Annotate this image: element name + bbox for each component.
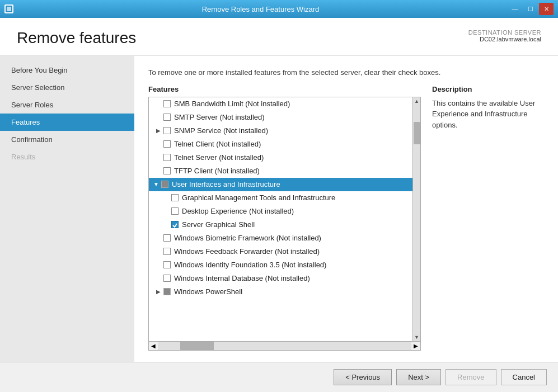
- feature-label: Graphical Management Tools and Infrastru…: [182, 193, 335, 202]
- feature-windows-internal-db[interactable]: Windows Internal Database (Not installed…: [149, 272, 412, 285]
- expand-placeholder: [154, 140, 162, 148]
- expand-placeholder: [154, 234, 162, 242]
- wizard-icon: [4, 4, 13, 13]
- wizard-footer: < Previous Next > Remove Cancel: [0, 362, 558, 392]
- feature-checkbox-indeterminate[interactable]: [163, 288, 171, 295]
- feature-checkbox[interactable]: [171, 207, 179, 215]
- expand-icon-powershell[interactable]: ▶: [154, 288, 162, 296]
- expand-icon-snmp[interactable]: ▶: [154, 127, 162, 135]
- sidebar-item-confirmation[interactable]: Confirmation: [0, 131, 134, 148]
- description-text: This contains the available User Experie…: [432, 98, 544, 131]
- feature-label: Windows Feedback Forwarder (Not installe…: [174, 247, 320, 256]
- hscroll-track[interactable]: [158, 342, 411, 350]
- feature-desktop-exp[interactable]: Desktop Experience (Not installed): [149, 205, 412, 218]
- feature-checkbox[interactable]: [163, 275, 171, 282]
- scroll-up-button[interactable]: ▲: [413, 97, 421, 105]
- close-button[interactable]: ✕: [539, 3, 554, 15]
- feature-label: SMB Bandwidth Limit (Not installed): [174, 100, 290, 108]
- feature-label: TFTP Client (Not installed): [174, 167, 260, 175]
- expand-placeholder: [154, 100, 162, 108]
- feature-label: Desktop Experience (Not installed): [182, 207, 294, 215]
- features-list-inner: SMB Bandwidth Limit (Not installed) SMTP…: [149, 97, 420, 342]
- wizard-header: Remove features DESTINATION SERVER DC02.…: [0, 18, 558, 56]
- feature-label: SNMP Service (Not installed): [174, 126, 268, 135]
- expand-placeholder: [162, 221, 170, 229]
- intro-text: To remove one or more installed features…: [148, 67, 544, 78]
- sidebar-item-server-selection[interactable]: Server Selection: [0, 79, 134, 96]
- scroll-thumb[interactable]: [414, 122, 420, 144]
- sidebar-item-features[interactable]: Features: [0, 114, 134, 131]
- feature-label: Windows Identity Foundation 3.5 (Not ins…: [174, 261, 326, 269]
- feature-checkbox[interactable]: [163, 140, 171, 148]
- feature-windows-biometric[interactable]: Windows Biometric Framework (Not install…: [149, 232, 412, 245]
- vertical-scrollbar[interactable]: ▲ ▼: [412, 97, 420, 342]
- sidebar-item-before-you-begin[interactable]: Before You Begin: [0, 62, 134, 79]
- feature-user-interfaces[interactable]: ▼ User Interfaces and Infrastructure: [149, 178, 412, 191]
- title-bar: Remove Roles and Features Wizard — ☐ ✕: [0, 0, 558, 18]
- description-panel: Description This contains the available …: [432, 85, 544, 351]
- destination-server: DESTINATION SERVER DC02.labvmware.local: [468, 29, 541, 42]
- content-area: To remove one or more installed features…: [134, 56, 558, 362]
- server-name: DC02.labvmware.local: [468, 36, 541, 42]
- scroll-down-button[interactable]: ▼: [413, 333, 421, 341]
- features-scroll[interactable]: SMB Bandwidth Limit (Not installed) SMTP…: [149, 97, 412, 342]
- features-title: Features: [148, 85, 421, 93]
- scroll-left-button[interactable]: ◀: [149, 342, 158, 351]
- horizontal-scrollbar[interactable]: ◀ ▶: [149, 341, 420, 350]
- scroll-track[interactable]: [413, 105, 420, 334]
- expand-placeholder: [162, 194, 170, 202]
- destination-label: DESTINATION SERVER: [468, 29, 541, 36]
- feature-label: Windows PowerShell: [174, 287, 242, 296]
- feature-checkbox[interactable]: [163, 234, 171, 242]
- cancel-button[interactable]: Cancel: [501, 369, 547, 385]
- feature-checkbox[interactable]: [163, 248, 171, 255]
- feature-label: User Interfaces and Infrastructure: [172, 180, 280, 188]
- feature-smb-bandwidth[interactable]: SMB Bandwidth Limit (Not installed): [149, 97, 412, 111]
- sidebar: Before You Begin Server Selection Server…: [0, 56, 134, 362]
- expand-placeholder: [154, 114, 162, 121]
- title-bar-controls: — ☐ ✕: [508, 3, 554, 15]
- feature-checkbox[interactable]: [163, 167, 171, 174]
- expand-placeholder: [154, 167, 162, 175]
- sidebar-item-results: Results: [0, 148, 134, 166]
- expand-icon-user-interfaces[interactable]: ▼: [152, 181, 160, 188]
- expand-placeholder: [154, 275, 162, 282]
- feature-snmp-service[interactable]: ▶ SNMP Service (Not installed): [149, 124, 412, 138]
- page-title: Remove features: [17, 29, 136, 47]
- restore-button[interactable]: ☐: [523, 3, 538, 15]
- feature-telnet-server[interactable]: Telnet Server (Not installed): [149, 151, 412, 164]
- feature-server-graphical-shell[interactable]: Server Graphical Shell: [149, 218, 412, 232]
- feature-telnet-client[interactable]: Telnet Client (Not installed): [149, 138, 412, 151]
- feature-checkbox-checked[interactable]: [171, 221, 179, 228]
- wizard-body: Before You Begin Server Selection Server…: [0, 56, 558, 362]
- feature-windows-powershell[interactable]: ▶ Windows PowerShell: [149, 285, 412, 299]
- features-list-container: SMB Bandwidth Limit (Not installed) SMTP…: [148, 97, 421, 351]
- previous-button[interactable]: < Previous: [334, 369, 392, 385]
- feature-windows-feedback[interactable]: Windows Feedback Forwarder (Not installe…: [149, 245, 412, 258]
- next-button[interactable]: Next >: [396, 369, 441, 385]
- remove-button[interactable]: Remove: [446, 369, 496, 385]
- feature-checkbox[interactable]: [163, 127, 171, 134]
- expand-placeholder: [154, 261, 162, 269]
- feature-checkbox[interactable]: [163, 154, 171, 161]
- feature-label: SMTP Server (Not installed): [174, 113, 265, 121]
- feature-label: Windows Biometric Framework (Not install…: [174, 234, 321, 242]
- features-panel: Features SMB Bandwidth Limit (Not instal…: [148, 85, 421, 351]
- description-title: Description: [432, 85, 544, 93]
- sidebar-item-server-roles[interactable]: Server Roles: [0, 96, 134, 114]
- feature-checkbox[interactable]: [163, 114, 171, 121]
- title-bar-left: [4, 4, 13, 13]
- scroll-right-button[interactable]: ▶: [411, 342, 420, 351]
- feature-checkbox[interactable]: [163, 261, 171, 268]
- feature-windows-identity[interactable]: Windows Identity Foundation 3.5 (Not ins…: [149, 258, 412, 272]
- hscroll-thumb[interactable]: [180, 342, 214, 350]
- feature-smtp-server[interactable]: SMTP Server (Not installed): [149, 111, 412, 124]
- expand-placeholder: [162, 207, 170, 215]
- feature-checkbox[interactable]: [163, 100, 171, 107]
- feature-graphical-mgmt[interactable]: Graphical Management Tools and Infrastru…: [149, 191, 412, 205]
- features-layout: Features SMB Bandwidth Limit (Not instal…: [148, 85, 544, 351]
- feature-tftp-client[interactable]: TFTP Client (Not installed): [149, 164, 412, 178]
- feature-checkbox[interactable]: [171, 194, 179, 201]
- minimize-button[interactable]: —: [508, 3, 522, 15]
- feature-checkbox-indeterminate[interactable]: [161, 181, 168, 188]
